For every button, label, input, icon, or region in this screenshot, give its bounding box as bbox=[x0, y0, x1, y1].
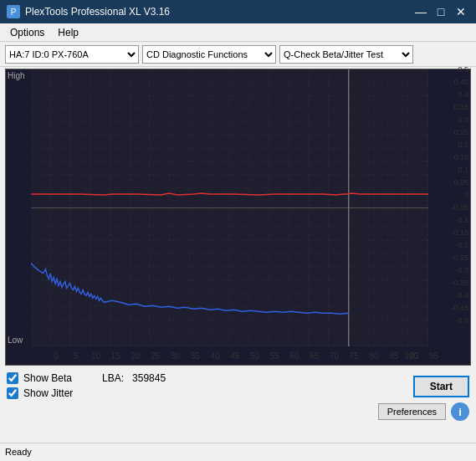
menu-bar: Options Help bbox=[0, 23, 476, 42]
right-tick-0.3: 0.3 bbox=[458, 115, 468, 124]
x-tick-55: 55 bbox=[270, 351, 279, 361]
x-tick-80: 80 bbox=[369, 351, 378, 361]
x-tick-5: 5 bbox=[74, 351, 79, 361]
right-axis: 0.5 0.45 0.4 0.35 0.3 0.25 0.2 0.15 0.1 … bbox=[428, 69, 470, 346]
right-tick-neg0.25: -0.25 bbox=[451, 254, 468, 262]
start-button[interactable]: Start bbox=[413, 376, 469, 397]
show-jitter-checkbox[interactable] bbox=[7, 387, 18, 399]
right-tick-0.05: 0.05 bbox=[453, 178, 468, 187]
bottom-panel: Show Beta LBA: 359845 Show Jitter Start … bbox=[0, 367, 476, 443]
x-tick-0: 0 bbox=[54, 351, 59, 361]
x-tick-45: 45 bbox=[230, 351, 239, 361]
y-label-low: Low bbox=[8, 336, 23, 345]
right-tick-neg0.2: -0.2 bbox=[455, 241, 468, 249]
app-icon: P bbox=[7, 5, 20, 18]
prefs-row: Preferences i bbox=[378, 402, 469, 421]
x-tick-20: 20 bbox=[131, 351, 140, 361]
y-label-high: High bbox=[8, 71, 25, 80]
minimize-button[interactable]: — bbox=[412, 3, 429, 20]
title-bar: P PlexTools Professional XL V3.16 — □ ✕ bbox=[0, 0, 476, 23]
menu-options[interactable]: Options bbox=[3, 25, 51, 40]
x-tick-15: 15 bbox=[111, 351, 120, 361]
device-select[interactable]: HA:7 ID:0 PX-760A bbox=[5, 45, 139, 64]
right-tick-neg0.1: -0.1 bbox=[455, 216, 468, 224]
right-tick-0.45: 0.45 bbox=[453, 78, 468, 86]
lba-value: 359845 bbox=[132, 372, 166, 384]
test-select[interactable]: Q-Check Beta/Jitter Test bbox=[279, 45, 413, 64]
function-select[interactable]: CD Diagnostic Functions bbox=[142, 45, 276, 64]
right-tick-0.25: 0.25 bbox=[453, 128, 468, 136]
chart-svg bbox=[31, 69, 428, 346]
right-tick-0.5: 0.5 bbox=[458, 65, 468, 74]
x-tick-85: 85 bbox=[389, 351, 398, 361]
right-tick-neg0.35: -0.35 bbox=[451, 279, 468, 287]
show-beta-label: Show Beta bbox=[23, 372, 72, 384]
status-text: Ready bbox=[5, 447, 32, 457]
show-beta-checkbox[interactable] bbox=[7, 372, 18, 384]
x-tick-75: 75 bbox=[350, 351, 359, 361]
lba-label: LBA: bbox=[102, 372, 124, 384]
right-tick-0: 0 bbox=[464, 191, 468, 199]
show-beta-row: Show Beta LBA: 359845 bbox=[7, 372, 378, 384]
right-tick-neg0.05: -0.05 bbox=[451, 203, 468, 212]
x-tick-25: 25 bbox=[151, 351, 160, 361]
chart-inner bbox=[31, 69, 428, 346]
x-tick-50: 50 bbox=[250, 351, 259, 361]
preferences-button[interactable]: Preferences bbox=[378, 403, 446, 420]
x-tick-10: 10 bbox=[91, 351, 100, 361]
right-tick-neg0.5: -0.5 bbox=[455, 316, 468, 325]
x-tick-70: 70 bbox=[330, 351, 339, 361]
right-tick-neg0.15: -0.15 bbox=[451, 228, 468, 237]
menu-help[interactable]: Help bbox=[51, 25, 85, 40]
right-tick-0.1: 0.1 bbox=[458, 166, 468, 174]
status-bar: Ready bbox=[0, 443, 476, 459]
right-tick-neg0.45: -0.45 bbox=[451, 304, 468, 312]
x-tick-35: 35 bbox=[191, 351, 200, 361]
right-tick-0.15: 0.15 bbox=[453, 153, 468, 161]
maximize-button[interactable]: □ bbox=[432, 3, 449, 20]
info-button[interactable]: i bbox=[451, 402, 469, 421]
close-button[interactable]: ✕ bbox=[453, 3, 469, 20]
x-tick-60: 60 bbox=[289, 351, 299, 361]
right-tick-0.35: 0.35 bbox=[453, 103, 468, 111]
toolbar: HA:7 ID:0 PX-760A CD Diagnostic Function… bbox=[0, 42, 476, 67]
chart-container: High Low bbox=[5, 69, 471, 366]
right-tick-neg0.3: -0.3 bbox=[455, 266, 468, 274]
show-jitter-label: Show Jitter bbox=[23, 387, 73, 399]
show-jitter-row: Show Jitter bbox=[7, 387, 378, 399]
x-axis: 0 5 10 15 20 25 30 35 40 45 50 55 60 65 … bbox=[31, 346, 428, 365]
right-tick-0.4: 0.4 bbox=[458, 90, 468, 99]
bottom-left: Show Beta LBA: 359845 Show Jitter bbox=[7, 372, 378, 399]
x-tick-95: 95 bbox=[429, 351, 438, 361]
bottom-right: Start Preferences i bbox=[378, 372, 469, 421]
right-tick-neg0.4: -0.4 bbox=[455, 291, 468, 300]
x-tick-30: 30 bbox=[171, 351, 180, 361]
x-tick-100: 100 bbox=[405, 351, 419, 361]
x-tick-40: 40 bbox=[210, 351, 219, 361]
x-tick-65: 65 bbox=[310, 351, 319, 361]
title-text: PlexTools Professional XL V3.16 bbox=[25, 6, 170, 18]
right-tick-0.2: 0.2 bbox=[458, 141, 468, 149]
